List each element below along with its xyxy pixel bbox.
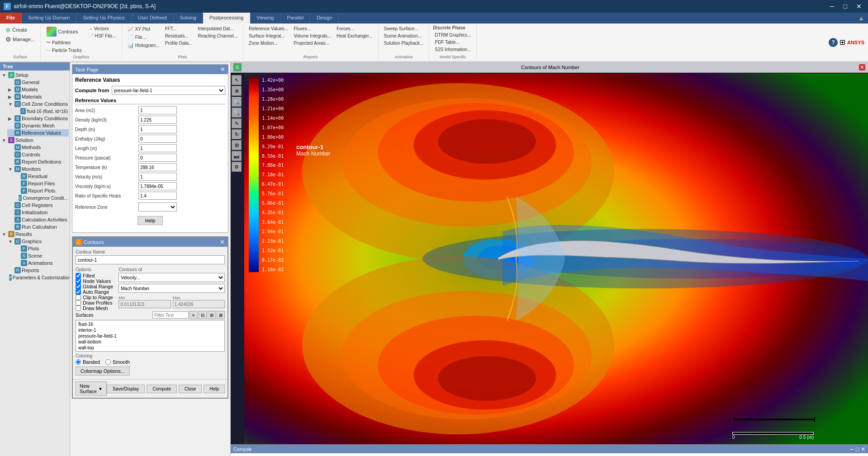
option-node-values[interactable]: Node Values xyxy=(76,278,113,284)
ribbon-btn-reacting[interactable]: Reacting Channel... xyxy=(196,33,239,39)
contours-dialog-close[interactable]: ✕ xyxy=(220,239,225,245)
option-draw-mesh[interactable]: Draw Mesh xyxy=(76,306,113,311)
surface-adjacent[interactable]: ⊠ xyxy=(217,311,225,319)
ribbon-btn-file-plot[interactable]: 📄File... xyxy=(126,33,161,41)
tool-camera[interactable]: 📷 xyxy=(232,151,242,161)
ribbon-btn-particle-tracks[interactable]: ⋯Particle Tracks xyxy=(44,47,84,54)
ratio-input[interactable] xyxy=(138,192,177,200)
ref-values-help-btn[interactable]: Help xyxy=(138,216,163,225)
ribbon-btn-ref-values[interactable]: Reference Values... xyxy=(247,25,290,32)
ribbon-btn-pdf-table[interactable]: PDF Table... xyxy=(433,39,473,46)
pressure-input[interactable] xyxy=(138,154,177,162)
area-input[interactable] xyxy=(138,106,177,114)
tab-setup-physics[interactable]: Setting Up Physics xyxy=(76,13,131,24)
tool-rotate[interactable]: ↻ xyxy=(232,129,242,139)
save-display-btn[interactable]: Save/Display xyxy=(107,385,145,393)
compute-from-select[interactable]: pressure-far-field-1 xyxy=(112,86,225,95)
length-input[interactable] xyxy=(138,144,177,152)
minimize-btn[interactable]: ─ xyxy=(827,2,837,11)
surface-invert[interactable]: ⊞ xyxy=(208,311,216,319)
tree-item-setup[interactable]: ▼ S Setup xyxy=(1,71,69,79)
tree-item-calc-activities[interactable]: A Calculation Activities xyxy=(7,216,69,223)
ribbon-btn-pathlines[interactable]: 〜Pathlines xyxy=(44,38,84,47)
tool-cursor[interactable]: ↖ xyxy=(232,75,242,85)
min-input[interactable] xyxy=(119,300,171,308)
console-close[interactable]: ✕ xyxy=(861,446,865,452)
tree-item-plots-r[interactable]: P Plots xyxy=(14,245,69,252)
tree-item-results[interactable]: ▼ R Results xyxy=(1,230,69,238)
tree-item-initialization[interactable]: I Initialization xyxy=(7,209,69,216)
tool-zoom-in[interactable]: 🔍 xyxy=(232,97,242,107)
dialog-help-btn[interactable]: Help xyxy=(204,385,225,393)
coloring-smooth[interactable]: Smooth xyxy=(105,359,130,365)
temperature-input[interactable] xyxy=(138,163,177,171)
contour-name-input[interactable] xyxy=(76,255,225,264)
option-draw-profiles[interactable]: Draw Profiles xyxy=(76,300,113,306)
contours-of-select[interactable]: Velocity... xyxy=(119,273,225,282)
ribbon-btn-create[interactable]: ⊕ Create xyxy=(4,25,37,34)
surface-deselect[interactable]: ⊟ xyxy=(199,311,207,319)
tree-item-solution[interactable]: ▼ S Solution xyxy=(1,136,69,144)
surfaces-filter[interactable] xyxy=(152,311,189,319)
tree-item-residual[interactable]: R Residual xyxy=(14,173,69,180)
ribbon-btn-hsf[interactable]: 📄HSF File... xyxy=(86,33,118,39)
tree-item-params[interactable]: P Parameters & Customization xyxy=(7,274,69,281)
ribbon-btn-forces[interactable]: Forces... xyxy=(335,25,375,32)
tree-item-materials[interactable]: ▶ M Materials xyxy=(7,93,69,100)
tree-item-cell-zone[interactable]: ▼ C Cell Zone Conditions xyxy=(7,100,69,108)
tool-settings[interactable]: ⚙ xyxy=(232,162,242,172)
tab-viewing[interactable]: Viewing xyxy=(250,13,280,24)
option-global-range[interactable]: Global Range xyxy=(76,284,113,289)
tree-item-report-defs[interactable]: R Report Definitions xyxy=(7,158,69,165)
ribbon-btn-s2s[interactable]: S2S Information... xyxy=(433,46,473,53)
close-btn[interactable]: ✕ xyxy=(854,2,864,11)
density-input[interactable] xyxy=(138,116,177,124)
tool-zoom-out[interactable]: 🔍 xyxy=(232,108,242,118)
ribbon-btn-projected[interactable]: Projected Areas... xyxy=(292,40,333,47)
depth-input[interactable] xyxy=(138,125,177,133)
option-auto-range[interactable]: Auto Range xyxy=(76,289,113,295)
compute-btn[interactable]: Compute xyxy=(147,385,177,393)
ribbon-btn-manage[interactable]: ⚙ Manage... xyxy=(4,35,37,44)
surface-interior1[interactable]: interior-1 xyxy=(77,327,223,333)
tree-item-animations-r[interactable]: A Animations xyxy=(14,259,69,267)
close-dialog-btn[interactable]: Close xyxy=(179,385,202,393)
ribbon-btn-vectors[interactable]: →Vectors xyxy=(86,25,118,32)
console-minimize[interactable]: ─ xyxy=(850,446,854,452)
tree-item-dynamic-mesh[interactable]: D Dynamic Mesh xyxy=(7,122,69,129)
max-input[interactable] xyxy=(173,300,225,308)
colormap-options-btn[interactable]: Colormap Options... xyxy=(76,367,130,376)
surface-select-all[interactable]: ≡ xyxy=(190,311,198,319)
tab-file[interactable]: File xyxy=(0,13,22,24)
surfaces-list[interactable]: fluid-16 interior-1 pressure-far-field-1… xyxy=(76,320,225,352)
ribbon-btn-sweep-surface[interactable]: Sweep Surface... xyxy=(382,25,426,32)
help-icon[interactable]: ? xyxy=(829,38,838,47)
tree-item-reports-r[interactable]: R Reports xyxy=(7,267,69,274)
coloring-banded[interactable]: Banded xyxy=(76,359,100,365)
ribbon-collapse-btn[interactable]: ▲ xyxy=(854,13,868,24)
ribbon-btn-heat-ex[interactable]: Heat Exchanger... xyxy=(335,33,375,39)
tool-pan[interactable]: ✎ xyxy=(232,118,242,128)
ribbon-btn-histogram[interactable]: 📊Histogram... xyxy=(126,42,161,49)
ribbon-btn-interpolated[interactable]: Interpolated Dat... xyxy=(196,25,239,32)
tree-item-ref-values[interactable]: R Reference Values xyxy=(7,129,69,136)
tab-postprocessing[interactable]: Postprocessing xyxy=(203,13,250,24)
tree-item-models[interactable]: ▶ M Models xyxy=(7,86,69,93)
option-filled[interactable]: Filled xyxy=(76,273,113,278)
tree-item-report-files[interactable]: F Report Files xyxy=(14,180,69,187)
ribbon-btn-xy-plot[interactable]: 📈XY Plot xyxy=(126,25,161,33)
new-surface-btn[interactable]: New Surface ▼ xyxy=(76,381,107,396)
ribbon-btn-contours[interactable]: Contours xyxy=(44,25,84,38)
tree-item-monitors[interactable]: ▼ M Monitors xyxy=(7,165,69,173)
ribbon-btn-scene-anim[interactable]: Scene Animation... xyxy=(382,33,426,39)
enthalpy-input[interactable] xyxy=(138,135,177,143)
surface-fluid16[interactable]: fluid-16 xyxy=(77,321,223,327)
tree-item-general[interactable]: G General xyxy=(7,79,69,86)
tool-zoom-box[interactable]: ⊞ xyxy=(232,140,242,150)
task-page-close-btn[interactable]: ✕ xyxy=(220,66,225,73)
tree-item-fluid16[interactable]: f fluid-16 (fluid, id=16) xyxy=(14,108,69,115)
tree-item-scene-r[interactable]: S Scene xyxy=(14,252,69,259)
console-maximize[interactable]: □ xyxy=(856,446,859,452)
ribbon-btn-dtrm[interactable]: DTRM Graphics... xyxy=(433,32,473,38)
option-clip-range[interactable]: Clip to Range xyxy=(76,295,113,300)
